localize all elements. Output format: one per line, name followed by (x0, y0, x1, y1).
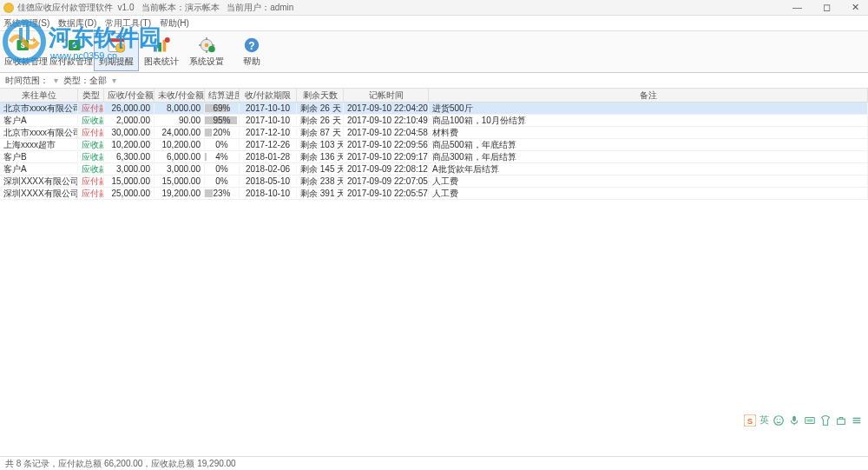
cell-days-left: 剩余 26 天 (297, 103, 344, 115)
cell-amount-unpaid: 10,200.00 (155, 140, 205, 149)
cell-amount-due: 26,000.00 (104, 103, 155, 113)
mic-icon[interactable] (788, 414, 800, 427)
pay-mgmt-icon: $ (60, 36, 82, 55)
cell-unit: 深圳XXXX有限公司 (0, 175, 78, 188)
cell-amount-unpaid: 6,000.00 (155, 152, 205, 162)
col-progress[interactable]: 结算进度 (205, 89, 240, 102)
cell-unit: 上海xxxx超市 (0, 139, 78, 151)
cell-record-time: 2017-09-10 22:09:17 (344, 152, 429, 162)
cell-amount-due: 6,300.00 (104, 152, 155, 162)
status-bar: 共 8 条记录，应付款总额 66,200.00，应收款总额 19,290.00 (0, 456, 868, 470)
cell-days-left: 剩余 136 天 (297, 151, 344, 163)
cell-amount-due: 2,000.00 (104, 116, 155, 125)
cell-deadline: 2018-01-28 (240, 152, 297, 162)
grid-header: 来往单位 类型 应收/付金额 未收/付金额 结算进度 收/付款期限 剩余天数 记… (0, 89, 868, 103)
col-deadline[interactable]: 收/付款期限 (240, 89, 297, 102)
cell-record-time: 2017-09-10 22:09:56 (344, 140, 429, 149)
title-bar: 佳德应收应付款管理软件 v1.0 当前帐本：演示帐本 当前用户：admin — … (0, 0, 868, 16)
svg-rect-9 (154, 47, 157, 52)
toolbar-report-stat[interactable]: 图表统计 (139, 33, 184, 71)
cell-progress: 23% (205, 189, 240, 198)
col-unit[interactable]: 来往单位 (0, 89, 78, 102)
maximize-button[interactable]: ◻ (818, 2, 836, 13)
cell-record-time: 2017-09-09 22:08:12 (344, 164, 429, 174)
close-button[interactable]: ✕ (846, 2, 865, 13)
type-value[interactable]: 全部 (89, 75, 107, 87)
cell-amount-unpaid: 90.00 (155, 116, 205, 125)
cell-note: 材料费 (429, 127, 868, 139)
cell-amount-unpaid: 15,000.00 (155, 176, 205, 186)
cell-progress: 95% (205, 116, 240, 125)
col-days-left[interactable]: 剩余天数 (297, 89, 344, 102)
col-amount-unpaid[interactable]: 未收/付金额 (155, 89, 205, 102)
table-row[interactable]: 深圳XXXX有限公司应付款15,000.0015,000.000%2018-05… (0, 175, 868, 188)
cell-record-time: 2017-09-10 22:04:58 (344, 128, 429, 137)
toolbar-pay-mgmt[interactable]: $应付款管理 (49, 33, 94, 71)
table-row[interactable]: 客户A应收款3,000.003,000.000%2018-02-06剩余 145… (0, 163, 868, 175)
cell-unit: 客户A (0, 115, 78, 127)
cell-days-left: 剩余 238 天 (297, 175, 344, 188)
report-stat-icon (150, 36, 173, 55)
table-row[interactable]: 客户B应收款6,300.006,000.004%2018-01-28剩余 136… (0, 151, 868, 163)
expire-remind-icon (105, 36, 128, 55)
app-icon (3, 3, 14, 13)
cell-days-left: 剩余 145 天 (297, 163, 344, 175)
menu-database[interactable]: 数据库(D) (58, 17, 96, 30)
cell-amount-due: 15,000.00 (104, 176, 155, 186)
cell-amount-due: 10,200.00 (104, 140, 155, 149)
emoji-icon[interactable] (773, 414, 785, 427)
cell-progress: 20% (205, 128, 240, 137)
type-label: 类型： (63, 75, 89, 87)
col-amount-due[interactable]: 应收/付金额 (104, 89, 155, 102)
cell-deadline: 2018-02-06 (240, 164, 297, 174)
minimize-button[interactable]: — (787, 2, 807, 13)
window-controls: — ◻ ✕ (787, 2, 865, 13)
sys-setting-icon (195, 36, 218, 55)
skin-icon[interactable] (819, 414, 832, 427)
cell-unit: 客户A (0, 163, 78, 175)
settings-icon[interactable] (851, 414, 863, 427)
menu-system[interactable]: 系统管理(S) (3, 17, 49, 30)
filter-bar: 时间范围： ▾ 类型： 全部 ▾ (0, 73, 868, 89)
main-toolbar: $应收款管理$应付款管理到期提醒图表统计系统设置?帮助 (0, 31, 868, 73)
table-row[interactable]: 北京市xxxx有限公司应付款26,000.008,000.0069%2017-1… (0, 103, 868, 115)
toolbar-label: 到期提醒 (99, 56, 134, 68)
col-record-time[interactable]: 记帐时间 (344, 89, 429, 102)
cell-amount-unpaid: 24,000.00 (155, 128, 205, 137)
menu-help[interactable]: 帮助(H) (160, 17, 189, 30)
toolbar-recv-mgmt[interactable]: $应收款管理 (3, 33, 49, 71)
sogou-icon[interactable]: S (744, 414, 756, 427)
cell-progress: 0% (205, 140, 240, 149)
col-type[interactable]: 类型 (78, 89, 104, 102)
toolbar-label: 图表统计 (144, 56, 179, 68)
svg-point-31 (779, 418, 780, 419)
table-row[interactable]: 深圳XXXX有限公司应付款25,000.0019,200.0023%2018-1… (0, 188, 868, 200)
toolbar-expire-remind[interactable]: 到期提醒 (94, 33, 139, 71)
svg-text:$: $ (72, 41, 76, 50)
col-note[interactable]: 备注 (429, 89, 868, 102)
cell-note: 人工费 (429, 175, 868, 188)
toolbox-icon[interactable] (835, 414, 847, 427)
cell-amount-unpaid: 3,000.00 (155, 164, 205, 174)
toolbar-label: 帮助 (243, 56, 260, 68)
table-row[interactable]: 上海xxxx超市应收款10,200.0010,200.000%2017-12-2… (0, 139, 868, 151)
cell-days-left: 剩余 391 天 (297, 188, 344, 200)
ime-lang[interactable]: 英 (760, 414, 769, 427)
table-row[interactable]: 北京市xxxx有限公司应付款30,000.0024,000.0020%2017-… (0, 127, 868, 139)
menu-tools[interactable]: 常用工具(T) (105, 17, 151, 30)
table-row[interactable]: 客户A应收款2,000.0090.0095%2017-10-10剩余 26 天2… (0, 115, 868, 127)
cell-days-left: 剩余 87 天 (297, 127, 344, 139)
cell-progress: 0% (205, 176, 240, 186)
cell-unit: 北京市xxxx有限公司 (0, 127, 78, 139)
svg-text:S: S (747, 415, 753, 425)
cell-note: 人工费 (429, 188, 868, 200)
cell-amount-unpaid: 8,000.00 (155, 103, 205, 113)
cell-unit: 客户B (0, 151, 78, 163)
svg-point-12 (165, 37, 170, 43)
cell-days-left: 剩余 26 天 (297, 115, 344, 127)
toolbar-sys-setting[interactable]: 系统设置 (184, 33, 229, 71)
toolbar-help[interactable]: ?帮助 (229, 33, 274, 71)
ime-toolbar[interactable]: S 英 (744, 414, 863, 427)
keyboard-icon[interactable] (804, 414, 816, 427)
cell-note: A批货款年后结算 (429, 163, 868, 175)
